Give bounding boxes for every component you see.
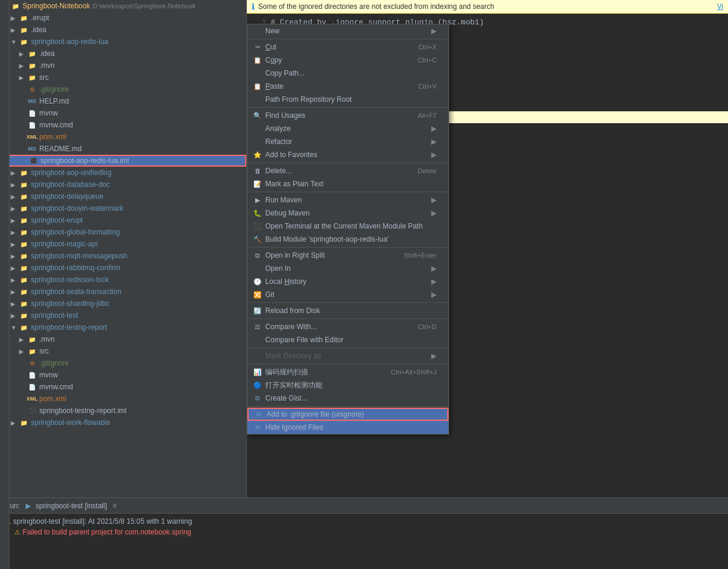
spacer: ▶ (19, 372, 27, 379)
left-tool-strip (0, 0, 10, 498)
tree-item-testng-src[interactable]: ▶ 📁 src (0, 345, 246, 357)
ctx-mark-directory[interactable]: Mark Directory as ▶ (247, 349, 448, 362)
submenu-arrow-icon: ▶ (431, 352, 437, 360)
tree-item-idea-sub[interactable]: ▶ 📁 .idea (0, 48, 246, 60)
tree-item-label: .idea (39, 49, 55, 58)
ctx-build-module[interactable]: 🔨 Build Module 'springboot-aop-redis-lua… (247, 233, 448, 246)
ctx-new[interactable]: New ▶ (247, 24, 448, 37)
maven-debug-icon: 🐛 (252, 208, 263, 218)
tree-item-label: springboot-erupt (31, 216, 83, 224)
ctx-label: Cut (265, 43, 418, 51)
ctx-refactor[interactable]: Refactor ▶ (247, 135, 448, 148)
tree-item-mvnw-cmd[interactable]: ▶ 📄 mvnw.cmd (0, 119, 246, 131)
ctx-git[interactable]: 🔀 Git ▶ (247, 288, 448, 301)
ctx-reload-disk[interactable]: 🔄 Reload from Disk (247, 304, 448, 317)
tree-item-gitignore[interactable]: ▶ ⚙ .gitignore (0, 83, 246, 95)
ctx-create-gist[interactable]: ⚙ Create Gist... (247, 392, 448, 405)
ctx-debug-maven[interactable]: 🐛 Debug Maven ▶ (247, 207, 448, 220)
ctx-label: Local History (265, 277, 431, 286)
ctx-realtime-check[interactable]: 🔵 打开实时检测功能 (247, 379, 448, 392)
tree-root[interactable]: ▼ 📁 Springboot-Notebook D:\worksapce\Spr… (0, 0, 246, 12)
tree-item-aop-unifiedlog[interactable]: ▶ 📁 springboot-aop-unifiedlog (0, 167, 246, 179)
tree-item-idea-root[interactable]: ▶ 📁 .idea (0, 24, 246, 36)
tree-item-readme[interactable]: ▶ MD README.md (0, 143, 246, 155)
tree-item-testng-mvnwcmd[interactable]: ▶ 📄 mvnw.cmd (0, 381, 246, 393)
ctx-open-right-split[interactable]: ⧉ Open in Right Split Shift+Enter (247, 249, 448, 262)
ctx-add-gitignore[interactable]: ⚙ Add to .gitignore file (unignore) (247, 408, 448, 421)
ctx-delete[interactable]: 🗑 Delete... Delete (247, 164, 448, 177)
ctx-copy[interactable]: 📋 Copy Ctrl+C (247, 54, 448, 67)
ctx-label: Compare File with Editor (265, 336, 437, 344)
tree-item-testng-pom[interactable]: ▶ XML pom.xml (0, 393, 246, 405)
ctx-paste[interactable]: 📋 Paste Ctrl+V (247, 80, 448, 93)
tree-item-sharding[interactable]: ▶ 📁 springboot-sharding-jdbc (0, 298, 246, 309)
bottom-content: ⚠ springboot-test [install]: At 2021/5/8… (0, 514, 728, 569)
tree-item-seata[interactable]: ▶ 📁 springboot-seata-transaction (0, 286, 246, 298)
tree-item-global-formatting[interactable]: ▶ 📁 springboot-global-formatting (0, 226, 246, 238)
ctx-add-favorites[interactable]: ⭐ Add to Favorites ▶ (247, 148, 448, 161)
spacer: ▶ (19, 110, 27, 117)
ctx-compare-with[interactable]: ⚖ Compare With... Ctrl+D (247, 320, 448, 333)
ctx-open-in[interactable]: Open In ▶ (247, 262, 448, 275)
xml-icon: XML (27, 132, 37, 142)
tree-item-testng-iml[interactable]: ▶ ⬛ springboot-testng-report.iml (0, 405, 246, 417)
ctx-run-maven[interactable]: ▶ Run Maven ▶ (247, 193, 448, 207)
tree-item-delayqueue[interactable]: ▶ 📁 springboot-delayqueue (0, 190, 246, 202)
ctx-analyze[interactable]: Analyze ▶ (247, 122, 448, 135)
split-icon: ⧉ (252, 250, 263, 261)
arrow-icon: ▶ (11, 170, 19, 176)
ctx-path-repo[interactable]: Path From Repository Root (247, 93, 448, 106)
tree-item-pom-xml[interactable]: ▶ XML pom.xml (0, 131, 246, 143)
tree-item-rabbitmq[interactable]: ▶ 📁 springboot-rabbitmq-confirm (0, 262, 246, 274)
separator (247, 364, 448, 364)
tree-item-help-md[interactable]: ▶ MD HELP.md (0, 95, 246, 107)
ctx-mark-plain-text[interactable]: 📝 Mark as Plain Text (247, 177, 448, 190)
tree-item-mvn[interactable]: ▶ 📁 .mvn (0, 60, 246, 71)
run-item-1: ⚠ springboot-test [install]: At 2021/5/8… (5, 516, 723, 527)
file-icon: 📄 (27, 108, 37, 118)
ctx-compare-editor[interactable]: Compare File with Editor (247, 333, 448, 346)
tree-item-testng-mvnw[interactable]: ▶ 📄 mvnw (0, 369, 246, 381)
tree-item-redisson[interactable]: ▶ 📁 springboot-redisson-lock (0, 274, 246, 286)
tree-item-springboot-test[interactable]: ▶ 📁 springboot-test (0, 309, 246, 321)
ctx-shortcut: Alt+F7 (418, 112, 437, 119)
ctx-find-usages[interactable]: 🔍 Find Usages Alt+F7 (247, 109, 448, 122)
ctx-label: Analyze (265, 124, 431, 133)
ctx-copy-path[interactable]: Copy Path... (247, 67, 448, 80)
ctx-cut[interactable]: ✂ Cut Ctrl+X (247, 40, 448, 54)
folder-icon: 📁 (19, 13, 29, 23)
folder-icon: 📁 (19, 180, 29, 189)
build-icon: 🔨 (252, 234, 263, 245)
tree-item-douyin[interactable]: ▶ 📁 springboot-douyin-watermark (0, 202, 246, 214)
tree-item-erupt2[interactable]: ▶ 📁 springboot-erupt (0, 214, 246, 226)
ctx-hide-ignored[interactable]: 👁 Hide Ignored Files (247, 421, 448, 434)
tree-item-testng-mvn[interactable]: ▶ 📁 .mvn (0, 333, 246, 345)
tree-item-iml[interactable]: ▶ ⬛ springboot-aop-redis-lua.iml (0, 155, 246, 167)
tree-item-springboot-aop[interactable]: ▼ 📁 springboot-aop-redis-lua (0, 36, 246, 48)
ctx-open-terminal[interactable]: ⬛ Open Terminal at the Current Maven Mod… (247, 220, 448, 233)
run-tab[interactable]: ▶ springboot-test [install] (23, 501, 109, 511)
ctx-label: Build Module 'springboot-aop-redis-lua' (265, 235, 437, 243)
fix-link[interactable]: Vi (717, 2, 723, 11)
run-tab-close[interactable]: ✕ (112, 502, 118, 510)
project-tree[interactable]: ▼ 📁 Springboot-Notebook D:\worksapce\Spr… (0, 0, 247, 498)
tree-item-database-doc[interactable]: ▶ 📁 springboot-database-doc (0, 179, 246, 190)
ctx-code-check[interactable]: 📊 编码规约扫描 Ctrl+Alt+Shift+J (247, 365, 448, 379)
separator (247, 247, 448, 248)
tree-item-testng-report[interactable]: ▼ 📁 springboot-testng-report (0, 321, 246, 333)
tree-item-work-flowable[interactable]: ▶ 📁 springboot-work-flowable (0, 417, 246, 429)
ctx-local-history[interactable]: 🕐 Local History ▶ (247, 275, 448, 288)
ctx-label: Create Gist... (265, 394, 437, 402)
tree-item-magic-api[interactable]: ▶ 📁 springboot-magic-api (0, 238, 246, 250)
folder-icon: 📁 (19, 263, 29, 273)
submenu-arrow-icon: ▶ (431, 151, 437, 159)
tree-item-mvnw[interactable]: ▶ 📄 mvnw (0, 107, 246, 119)
code-check-icon: 📊 (252, 367, 263, 377)
mark-dir-icon (252, 351, 263, 361)
tree-item-mqtt[interactable]: ▶ 📁 springboot-mqtt-messagepush (0, 250, 246, 262)
arrow-icon: ▶ (11, 182, 19, 188)
tree-item-testng-gitignore[interactable]: ▶ ⚙ .gitignore (0, 357, 246, 369)
tree-item-src[interactable]: ▶ 📁 src (0, 71, 246, 83)
tree-item-erupt[interactable]: ▶ 📁 .erupt (0, 12, 246, 24)
tree-item-label: .mvn (39, 61, 55, 70)
